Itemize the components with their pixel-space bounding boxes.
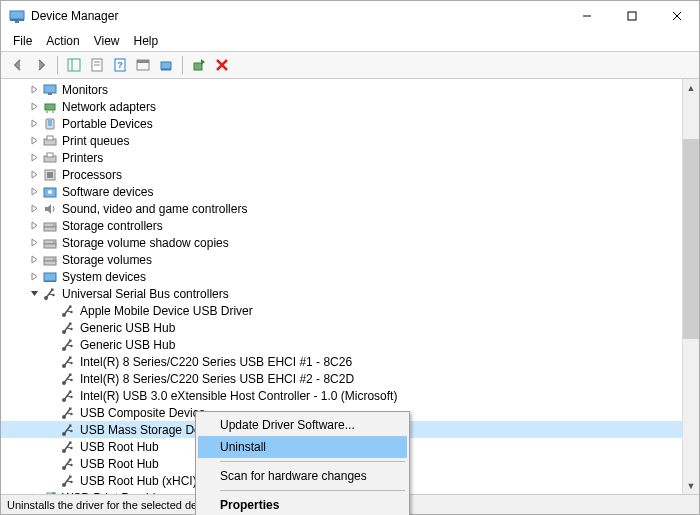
tree-item[interactable]: Printers — [1, 149, 682, 166]
menu-action[interactable]: Action — [40, 33, 85, 49]
svg-rect-37 — [44, 227, 56, 231]
svg-rect-106 — [69, 475, 72, 478]
tree-item[interactable]: Intel(R) USB 3.0 eXtensible Host Control… — [1, 387, 682, 404]
tree-item[interactable]: Software devices — [1, 183, 682, 200]
chevron-right-icon[interactable] — [28, 254, 40, 266]
svg-text:?: ? — [117, 60, 123, 70]
tree-item-label: Monitors — [62, 83, 108, 97]
chevron-right-icon[interactable] — [28, 118, 40, 130]
chevron-right-icon[interactable] — [28, 152, 40, 164]
tree-item[interactable]: Storage volumes — [1, 251, 682, 268]
svg-point-90 — [70, 429, 72, 431]
show-hide-button[interactable] — [63, 54, 85, 76]
chevron-right-icon[interactable] — [28, 186, 40, 198]
chevron-right-icon[interactable] — [28, 84, 40, 96]
tree-item[interactable]: Generic USB Hub — [1, 319, 682, 336]
tree-item-label: USB Composite Device — [80, 406, 205, 420]
system-icon — [42, 270, 58, 284]
chevron-right-icon[interactable] — [28, 101, 40, 113]
vertical-scrollbar[interactable]: ▲ ▼ — [682, 79, 699, 494]
svg-rect-33 — [47, 172, 53, 178]
scroll-down-button[interactable]: ▼ — [683, 477, 699, 494]
chevron-right-icon[interactable] — [28, 203, 40, 215]
svg-point-75 — [70, 378, 72, 380]
usb-icon — [60, 440, 76, 454]
menu-item[interactable]: Scan for hardware changes — [198, 465, 407, 487]
scan-button[interactable] — [155, 54, 177, 76]
chevron-right-icon[interactable] — [28, 135, 40, 147]
tree-item[interactable]: Intel(R) 8 Series/C220 Series USB EHCI #… — [1, 353, 682, 370]
toolbar-separator — [182, 56, 183, 74]
menu-item[interactable]: Uninstall — [198, 436, 407, 458]
tree-item[interactable]: Network adapters — [1, 98, 682, 115]
menu-view[interactable]: View — [88, 33, 126, 49]
storage-icon — [42, 219, 58, 233]
tree-item[interactable]: Generic USB Hub — [1, 336, 682, 353]
svg-point-50 — [52, 293, 54, 295]
svg-rect-96 — [69, 441, 72, 444]
toolbar: ? — [1, 51, 699, 79]
tree-item-label: Portable Devices — [62, 117, 153, 131]
menu-help[interactable]: Help — [128, 33, 165, 49]
tree-item[interactable]: Print queues — [1, 132, 682, 149]
close-button[interactable] — [654, 1, 699, 31]
svg-rect-31 — [47, 153, 53, 157]
svg-rect-15 — [137, 60, 149, 63]
tree-item-label: Apple Mobile Device USB Driver — [80, 304, 253, 318]
tree-item[interactable]: Monitors — [1, 81, 682, 98]
scroll-thumb[interactable] — [683, 139, 699, 339]
chevron-right-icon[interactable] — [28, 271, 40, 283]
svg-rect-1 — [10, 19, 24, 21]
tree-item-label: Software devices — [62, 185, 153, 199]
tree-item[interactable]: Storage volume shadow copies — [1, 234, 682, 251]
menu-file[interactable]: File — [7, 33, 38, 49]
svg-rect-22 — [48, 93, 52, 95]
tree-item[interactable]: Portable Devices — [1, 115, 682, 132]
maximize-button[interactable] — [609, 1, 654, 31]
forward-button[interactable] — [30, 54, 52, 76]
menu-item[interactable]: Properties — [198, 494, 407, 515]
software-icon — [42, 185, 58, 199]
back-button[interactable] — [7, 54, 29, 76]
chevron-right-icon[interactable] — [28, 220, 40, 232]
tree-item-label: Intel(R) 8 Series/C220 Series USB EHCI #… — [80, 372, 354, 386]
svg-rect-51 — [51, 288, 54, 291]
menu-item[interactable]: Update Driver Software... — [198, 414, 407, 436]
svg-rect-46 — [44, 281, 56, 282]
tree-item-label: Intel(R) 8 Series/C220 Series USB EHCI #… — [80, 355, 352, 369]
menu-separator — [220, 461, 405, 462]
svg-point-70 — [70, 361, 72, 363]
storage-icon — [42, 253, 58, 267]
help-button[interactable]: ? — [109, 54, 131, 76]
scroll-up-button[interactable]: ▲ — [683, 79, 699, 96]
action-button[interactable] — [132, 54, 154, 76]
usb-icon — [42, 287, 58, 301]
svg-rect-27 — [48, 120, 52, 126]
chevron-down-icon[interactable] — [28, 288, 40, 300]
tree-item[interactable]: System devices — [1, 268, 682, 285]
tree-item[interactable]: Storage controllers — [1, 217, 682, 234]
tree-item-label: Sound, video and game controllers — [62, 202, 247, 216]
properties-button[interactable] — [86, 54, 108, 76]
sound-icon — [42, 202, 58, 216]
tree-item[interactable]: Universal Serial Bus controllers — [1, 285, 682, 302]
chevron-right-icon[interactable] — [28, 237, 40, 249]
tree-item[interactable]: Intel(R) 8 Series/C220 Series USB EHCI #… — [1, 370, 682, 387]
uninstall-button[interactable] — [211, 54, 233, 76]
usb-icon — [60, 423, 76, 437]
svg-point-38 — [53, 224, 55, 226]
tree-item[interactable]: Processors — [1, 166, 682, 183]
svg-rect-61 — [69, 322, 72, 325]
chevron-right-icon[interactable] — [28, 169, 40, 181]
tree-item[interactable]: Sound, video and game controllers — [1, 200, 682, 217]
no-arrow — [46, 475, 58, 487]
no-arrow — [46, 356, 58, 368]
minimize-button[interactable] — [564, 1, 609, 31]
svg-point-55 — [70, 310, 72, 312]
tree-item-label: Storage volume shadow copies — [62, 236, 229, 250]
tree-item[interactable]: Apple Mobile Device USB Driver — [1, 302, 682, 319]
monitor-icon — [42, 83, 58, 97]
svg-point-60 — [70, 327, 72, 329]
no-arrow — [46, 458, 58, 470]
enable-button[interactable] — [188, 54, 210, 76]
